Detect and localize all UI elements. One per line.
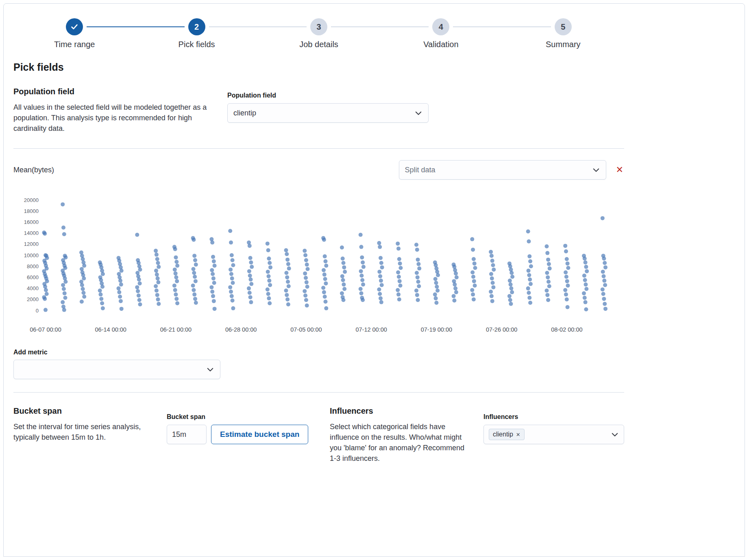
divider [13, 148, 624, 149]
check-icon [70, 22, 79, 31]
svg-text:16000: 16000 [24, 219, 39, 225]
step-2-label: Pick fields [179, 40, 215, 49]
chevron-down-icon [414, 109, 422, 117]
svg-text:07-12 00:00: 07-12 00:00 [355, 326, 387, 333]
population-field-value: clientip [233, 109, 256, 117]
chevron-down-icon [611, 430, 619, 438]
population-field-select[interactable]: clientip [227, 103, 429, 123]
bucket-span-input-label: Bucket span [167, 413, 309, 421]
add-metric-section: Add metric [13, 349, 624, 379]
bucket-span-description: Set the interval for time series analysi… [13, 421, 148, 443]
population-section: Population field All values in the selec… [13, 87, 624, 134]
bucket-span-input[interactable] [167, 425, 207, 444]
svg-text:06-28 00:00: 06-28 00:00 [225, 326, 257, 333]
svg-text:06-14 00:00: 06-14 00:00 [95, 326, 126, 333]
influencers-combobox[interactable]: clientip ✕ [483, 425, 624, 444]
divider [13, 392, 624, 393]
step-4-circle[interactable]: 4 [432, 18, 449, 35]
svg-text:4000: 4000 [27, 285, 39, 291]
step-summary[interactable]: 5 Summary [502, 18, 624, 49]
influencers-heading: Influencers [330, 406, 473, 416]
svg-text:6000: 6000 [27, 274, 39, 280]
svg-text:07-19 00:00: 07-19 00:00 [421, 326, 452, 333]
svg-text:0: 0 [36, 308, 39, 314]
add-metric-select[interactable] [13, 360, 220, 379]
step-validation[interactable]: 4 Validation [380, 18, 502, 49]
page-title: Pick fields [13, 61, 624, 73]
svg-text:07-05 00:00: 07-05 00:00 [290, 326, 322, 333]
population-description: All values in the selected field will be… [13, 102, 217, 134]
step-1-label: Time range [54, 40, 95, 49]
svg-text:8000: 8000 [27, 263, 39, 269]
step-5-label: Summary [546, 40, 581, 49]
svg-text:06-07 00:00: 06-07 00:00 [30, 326, 61, 333]
influencer-pill-label: clientip [493, 431, 513, 438]
population-heading: Population field [13, 87, 217, 96]
step-4-label: Validation [423, 40, 458, 49]
influencer-pill: clientip ✕ [489, 429, 525, 440]
chevron-down-icon [592, 166, 600, 174]
bottom-section: Bucket span Set the interval for time se… [13, 406, 624, 464]
bucket-span-heading: Bucket span [13, 406, 148, 416]
step-1-circle[interactable] [66, 18, 83, 35]
metric-title: Mean(bytes) [13, 166, 54, 174]
svg-text:20000: 20000 [24, 197, 39, 203]
svg-text:18000: 18000 [24, 208, 39, 214]
influencers-description: Select which categorical fields have inf… [330, 421, 473, 464]
svg-text:10000: 10000 [24, 252, 39, 258]
remove-metric-button[interactable]: ✕ [615, 165, 624, 175]
step-3-label: Job details [299, 40, 338, 49]
influencers-select-label: Influencers [483, 413, 624, 421]
add-metric-label: Add metric [13, 349, 624, 356]
svg-text:06-21 00:00: 06-21 00:00 [160, 326, 192, 333]
step-3-circle[interactable]: 3 [310, 18, 327, 35]
wizard-stepper: Time range 2 Pick fields 3 Job details 4… [13, 18, 624, 49]
estimate-bucket-span-button[interactable]: Estimate bucket span [211, 425, 308, 444]
split-data-placeholder: Split data [405, 166, 435, 174]
split-data-select[interactable]: Split data [399, 160, 606, 180]
svg-text:12000: 12000 [24, 241, 39, 247]
step-2-circle[interactable]: 2 [188, 18, 205, 35]
metric-card: Mean(bytes) Split data ✕ 020004000600080… [13, 160, 624, 343]
svg-text:07-26 00:00: 07-26 00:00 [486, 326, 517, 333]
wizard-panel: Time range 2 Pick fields 3 Job details 4… [3, 3, 745, 557]
svg-text:08-02 00:00: 08-02 00:00 [551, 326, 582, 333]
remove-influencer-icon[interactable]: ✕ [516, 432, 520, 438]
chevron-down-icon [206, 365, 214, 373]
population-field-label: Population field [227, 92, 429, 99]
step-pick-fields[interactable]: 2 Pick fields [135, 18, 257, 49]
step-time-range[interactable]: Time range [13, 18, 135, 49]
step-job-details[interactable]: 3 Job details [258, 18, 380, 49]
population-scatter-chart: 0200040006000800010000120001400016000180… [13, 189, 624, 343]
svg-text:14000: 14000 [24, 230, 39, 236]
svg-text:2000: 2000 [27, 296, 39, 302]
step-5-circle[interactable]: 5 [555, 18, 572, 35]
